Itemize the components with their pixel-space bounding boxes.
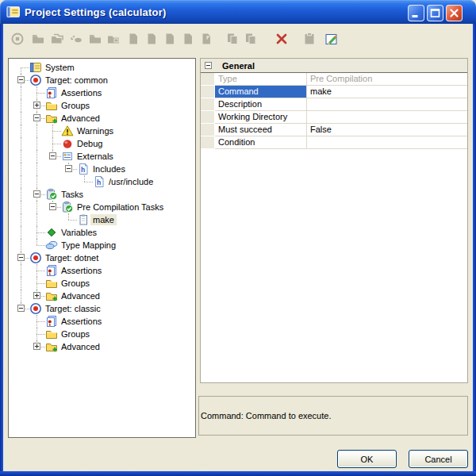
tree-item-type-mapping[interactable]: Type Mapping — [9, 239, 195, 251]
tree-item-target-dotnet[interactable]: Target: dotnet — [9, 251, 195, 264]
property-label[interactable]: Description — [215, 98, 306, 111]
property-row-must-succeed[interactable]: Must succeedFalse — [201, 124, 467, 136]
tree-item-label[interactable]: Variables — [59, 227, 99, 238]
property-value[interactable]: False — [306, 124, 467, 136]
tree-item-label[interactable]: Includes — [90, 163, 128, 175]
ok-button[interactable]: OK — [337, 450, 397, 468]
expand-plus-icon[interactable] — [33, 343, 40, 350]
tree-item-make[interactable]: make — [9, 213, 195, 226]
property-label[interactable]: Command — [215, 86, 306, 98]
tree-item-system[interactable]: System — [9, 61, 195, 74]
tree-item-includes[interactable]: hIncludes — [9, 163, 195, 175]
tree-item-label[interactable]: Tasks — [59, 189, 86, 200]
minimize-icon — [409, 6, 423, 20]
tree-item-label[interactable]: Type Mapping — [59, 240, 118, 251]
tree-item-label[interactable]: Assertions — [59, 265, 104, 276]
property-label[interactable]: Working Directory — [215, 111, 306, 124]
property-row-condition[interactable]: Condition — [201, 136, 467, 149]
tree-item-advanced[interactable]: Advanced — [9, 112, 195, 125]
tree-item-label[interactable]: Target: dotnet — [43, 252, 101, 263]
tree-item-groups[interactable]: Groups — [9, 99, 195, 112]
h-file-icon: h — [93, 175, 106, 188]
close-button[interactable] — [446, 5, 463, 21]
property-value[interactable] — [306, 98, 467, 111]
tree-item-assertions[interactable]: Assertions — [9, 315, 195, 328]
settings-tree[interactable]: SystemTarget: commonAssertionsGroupsAdva… — [8, 58, 196, 438]
collapse-minus-icon[interactable] — [49, 203, 56, 210]
tree-item-target-common[interactable]: Target: common — [9, 74, 195, 86]
tree-item-label[interactable]: Target: classic — [43, 303, 103, 314]
delete-x-icon — [274, 32, 289, 46]
property-value[interactable]: make — [306, 86, 467, 98]
tree-item-groups[interactable]: Groups — [9, 328, 195, 340]
property-label[interactable]: Type — [215, 73, 306, 86]
tree-item-label[interactable]: Debug — [75, 138, 105, 149]
grid-section-header[interactable]: General — [201, 59, 467, 73]
maximize-button[interactable] — [427, 5, 443, 21]
tree-item-label[interactable]: Assertions — [59, 87, 104, 98]
delete-button[interactable] — [274, 31, 290, 47]
tree-item-label[interactable]: Externals — [75, 151, 116, 162]
tree-item-assertions[interactable]: Assertions — [9, 264, 195, 277]
tree-item-label[interactable]: Target: common — [43, 75, 110, 86]
tree-item-debug[interactable]: Debug — [9, 137, 195, 150]
edit-button[interactable] — [324, 31, 340, 47]
tree-item-label[interactable]: Groups — [59, 328, 92, 340]
collapse-minus-icon[interactable] — [33, 190, 40, 198]
tree-item-tasks[interactable]: Tasks — [9, 188, 195, 201]
tree-item-pre-compilation-tasks[interactable]: Pre Compilation Tasks — [9, 201, 195, 213]
property-row-description[interactable]: Description — [201, 98, 467, 111]
folder-copy-icon — [50, 32, 64, 46]
property-value[interactable] — [306, 111, 467, 124]
property-label[interactable]: Condition — [215, 136, 306, 149]
tree-guide-line — [21, 213, 22, 226]
collapse-minus-icon[interactable] — [17, 76, 25, 83]
cancel-button[interactable]: Cancel — [409, 450, 468, 468]
minimize-button[interactable] — [408, 5, 424, 21]
tree-connector — [36, 328, 38, 334]
collapse-minus-icon[interactable] — [49, 152, 56, 159]
collapse-minus-icon[interactable] — [33, 114, 40, 121]
expand-plus-icon[interactable] — [33, 292, 40, 299]
tree-item-assertions[interactable]: Assertions — [9, 86, 195, 99]
tree-item-label[interactable]: Advanced — [59, 290, 102, 301]
tree-item-usr-include[interactable]: h/usr/include — [9, 175, 195, 188]
collapse-minus-icon[interactable] — [17, 254, 25, 261]
tree-item-label[interactable]: Advanced — [59, 341, 102, 352]
h-file-icon: h — [77, 163, 90, 175]
copy-gray-icon — [244, 32, 258, 46]
collapse-minus-icon[interactable] — [65, 165, 72, 172]
tree-item-variables[interactable]: Variables — [9, 226, 195, 239]
collapse-minus-icon[interactable] — [205, 62, 212, 69]
expand-plus-icon[interactable] — [33, 102, 40, 109]
tree-connector — [36, 264, 38, 271]
copy-button-2 — [243, 31, 259, 47]
tree-item-label[interactable]: Pre Compilation Tasks — [75, 202, 166, 213]
property-grid[interactable]: General TypePre CompilationCommandmakeDe… — [200, 58, 468, 383]
property-row-type[interactable]: TypePre Compilation — [201, 73, 467, 86]
tree-item-label[interactable]: Warnings — [75, 125, 116, 136]
property-label[interactable]: Must succeed — [215, 124, 306, 136]
tree-item-label[interactable]: System — [43, 62, 77, 73]
svg-text:h: h — [97, 178, 101, 186]
tree-item-advanced[interactable]: Advanced — [9, 340, 195, 353]
property-row-command[interactable]: Commandmake — [201, 86, 467, 98]
tree-item-label[interactable]: Assertions — [59, 316, 104, 327]
collapse-minus-icon[interactable] — [17, 305, 25, 312]
tree-item-label[interactable]: Advanced — [59, 113, 102, 124]
tree-item-label[interactable]: make — [90, 214, 117, 225]
tree-item-label[interactable]: Groups — [59, 100, 92, 111]
tree-item-label[interactable]: /usr/include — [106, 176, 155, 187]
tree-item-advanced[interactable]: Advanced — [9, 290, 195, 302]
property-row-working-directory[interactable]: Working Directory — [201, 111, 467, 124]
property-value[interactable]: Pre Compilation — [306, 73, 467, 86]
tree-item-label[interactable]: Groups — [59, 278, 92, 289]
tree-item-warnings[interactable]: Warnings — [9, 125, 195, 137]
tree-item-groups[interactable]: Groups — [9, 277, 195, 290]
tree-connector — [52, 137, 54, 144]
window-border-left — [0, 24, 3, 471]
property-value[interactable] — [306, 136, 467, 149]
folder-copy-button — [49, 31, 65, 47]
tree-item-target-classic[interactable]: Target: classic — [9, 302, 195, 315]
tree-item-externals[interactable]: Externals — [9, 150, 195, 163]
